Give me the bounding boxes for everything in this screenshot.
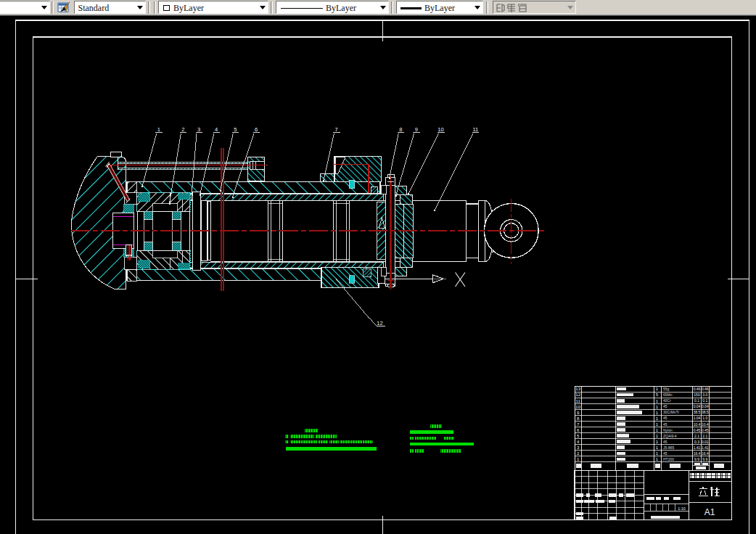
svg-text:11: 11 — [473, 126, 479, 133]
svg-text:1.0: 1.0 — [702, 416, 707, 420]
svg-text:45: 45 — [663, 422, 667, 427]
svg-text:0.04: 0.04 — [694, 404, 701, 408]
svg-text:12: 12 — [575, 393, 580, 397]
svg-text:Nylon: Nylon — [663, 428, 673, 432]
svg-text:45: 45 — [663, 416, 667, 420]
svg-text:38.5: 38.5 — [694, 410, 701, 414]
svg-text:0.46: 0.46 — [694, 387, 701, 391]
svg-text:45: 45 — [663, 440, 667, 444]
svg-text:1.41: 1.41 — [702, 445, 709, 450]
svg-text:40Cr: 40Cr — [663, 398, 671, 403]
svg-text:30CrMnTi: 30CrMnTi — [663, 410, 679, 414]
svg-text:10.4: 10.4 — [702, 422, 709, 427]
svg-text:2.1: 2.1 — [694, 434, 699, 438]
svg-text:16.4: 16.4 — [702, 451, 709, 456]
svg-text:12: 12 — [377, 320, 382, 326]
svg-text:6: 6 — [255, 126, 258, 133]
svg-text:9.9: 9.9 — [702, 457, 707, 461]
svg-text:65Mn: 65Mn — [663, 393, 673, 397]
svg-text:5: 5 — [234, 126, 237, 133]
svg-text:1.04: 1.04 — [694, 416, 701, 420]
svg-text:10: 10 — [437, 126, 443, 133]
svg-text:10.4: 10.4 — [694, 422, 701, 427]
svg-text:16.4: 16.4 — [694, 451, 701, 456]
svg-text:8: 8 — [399, 126, 402, 133]
svg-text:0.01: 0.01 — [702, 440, 709, 444]
svg-text:1.41: 1.41 — [694, 445, 701, 450]
svg-text:ZQAl9-4: ZQAl9-4 — [663, 434, 677, 438]
svg-text:HT200: HT200 — [663, 457, 674, 461]
svg-text:1: 1 — [157, 126, 160, 133]
svg-text:55g: 55g — [663, 387, 670, 391]
svg-text:10: 10 — [575, 405, 580, 409]
svg-text:0.1: 0.1 — [702, 398, 707, 403]
svg-text:2.1: 2.1 — [702, 434, 707, 438]
svg-text:0.04: 0.04 — [702, 404, 709, 408]
svg-text:3.0: 3.0 — [702, 393, 707, 397]
svg-text:0.3: 0.3 — [694, 440, 699, 444]
svg-text:1:10: 1:10 — [678, 506, 686, 511]
svg-text:9: 9 — [415, 126, 418, 133]
svg-text:3: 3 — [197, 126, 200, 133]
svg-text:4: 4 — [215, 126, 218, 133]
svg-text:J5-865: J5-865 — [663, 445, 675, 450]
svg-text:0.45: 0.45 — [702, 428, 709, 432]
svg-text:7: 7 — [334, 126, 337, 133]
svg-text:45: 45 — [663, 451, 667, 456]
svg-text:45: 45 — [663, 404, 667, 408]
svg-text:13: 13 — [575, 387, 580, 391]
svg-text:150: 150 — [694, 393, 700, 397]
svg-text:9.9: 9.9 — [694, 457, 699, 461]
svg-text:A1: A1 — [704, 507, 715, 517]
svg-text:0.46: 0.46 — [702, 387, 709, 391]
svg-text:38.5: 38.5 — [702, 410, 709, 414]
svg-text:0.1: 0.1 — [694, 398, 699, 403]
svg-text:2: 2 — [181, 126, 184, 133]
svg-text:0.45: 0.45 — [694, 428, 701, 432]
svg-text:11: 11 — [576, 399, 581, 403]
